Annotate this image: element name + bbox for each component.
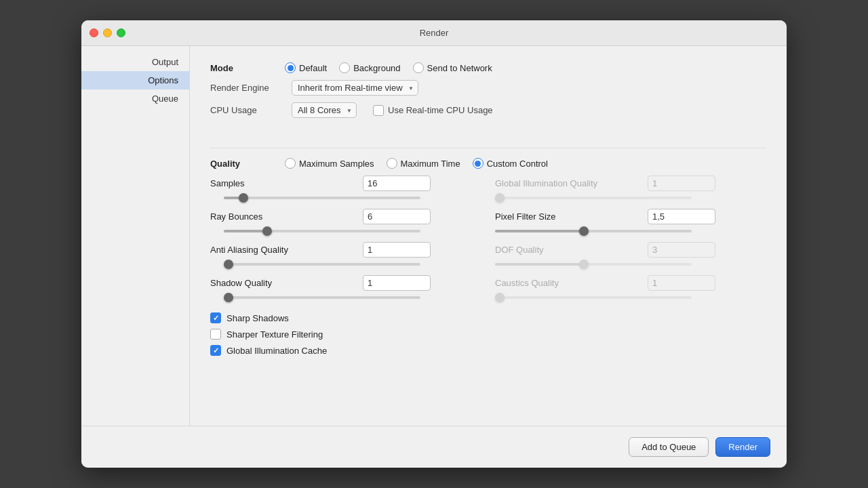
- mode-row: Mode Default Background: [210, 62, 766, 73]
- add-to-queue-button[interactable]: Add to Queue: [629, 437, 709, 457]
- ray-bounces-row: Ray Bounces: [210, 209, 481, 224]
- gi-quality-row: Global Illumination Quality: [495, 176, 766, 191]
- gi-cache-checkbox[interactable]: [210, 345, 221, 356]
- render-button[interactable]: Render: [715, 437, 770, 457]
- quality-fields: Samples Ray Bounces: [210, 176, 766, 308]
- mode-default-option[interactable]: Default: [285, 62, 327, 73]
- render-engine-row: Render Engine Inherit from Real-time vie…: [210, 80, 766, 96]
- quality-max-time-option[interactable]: Maximum Time: [387, 158, 460, 169]
- quality-label: Quality: [210, 159, 285, 169]
- ray-bounces-slider-row: [210, 227, 481, 232]
- mode-network-label: Send to Network: [427, 63, 492, 73]
- mode-section: Mode Default Background: [210, 62, 766, 125]
- quality-max-samples-label: Maximum Samples: [299, 159, 374, 169]
- shadow-quality-slider[interactable]: [224, 296, 420, 299]
- samples-row: Samples: [210, 176, 481, 191]
- quality-section: Quality Maximum Samples Maximum Time: [210, 158, 766, 361]
- samples-input[interactable]: [363, 176, 431, 191]
- mode-network-radio[interactable]: [413, 62, 424, 73]
- pixel-filter-slider-row: [495, 227, 766, 232]
- samples-slider[interactable]: [224, 197, 420, 199]
- mode-background-label: Background: [353, 63, 400, 73]
- sharp-shadows-label: Sharp Shadows: [226, 313, 289, 323]
- anti-aliasing-row: Anti Aliasing Quality: [210, 242, 481, 258]
- realtime-cpu-checkbox[interactable]: [373, 105, 384, 116]
- cpu-usage-select-wrap[interactable]: All 8 Cores: [292, 102, 357, 118]
- ray-bounces-input[interactable]: [363, 209, 431, 224]
- sharp-shadows-row: Sharp Shadows: [210, 312, 766, 323]
- sidebar: Output Options Queue: [81, 46, 190, 426]
- realtime-cpu-wrap: Use Real-time CPU Usage: [373, 105, 493, 116]
- shadow-quality-input[interactable]: [363, 275, 431, 291]
- render-engine-select[interactable]: Inherit from Real-time view: [292, 80, 418, 96]
- sidebar-item-queue[interactable]: Queue: [81, 89, 189, 108]
- titlebar: Render: [81, 20, 787, 46]
- minimize-button[interactable]: [103, 28, 112, 37]
- traffic-lights: [90, 28, 125, 37]
- gi-quality-input: [648, 176, 715, 191]
- gi-cache-label: Global Illumination Cache: [226, 346, 327, 356]
- quality-custom-label: Custom Control: [487, 159, 548, 169]
- quality-max-time-label: Maximum Time: [401, 159, 460, 169]
- sharper-texture-row: Sharper Texture Filtering: [210, 329, 766, 340]
- mode-default-radio[interactable]: [285, 62, 296, 73]
- pixel-filter-row: Pixel Filter Size: [495, 209, 766, 224]
- sidebar-item-output[interactable]: Output: [81, 53, 189, 71]
- quality-max-time-radio[interactable]: [387, 158, 397, 169]
- dof-quality-label: DOF Quality: [495, 245, 641, 255]
- dof-quality-row: DOF Quality: [495, 242, 766, 258]
- ray-bounces-label: Ray Bounces: [210, 211, 356, 222]
- gi-quality-label: Global Illumination Quality: [495, 178, 641, 188]
- sharper-texture-checkbox[interactable]: [210, 329, 221, 340]
- render-engine-select-wrap[interactable]: Inherit from Real-time view: [292, 80, 418, 96]
- anti-aliasing-slider-row: [210, 260, 481, 266]
- window-title: Render: [420, 28, 449, 38]
- section-divider: [210, 148, 766, 148]
- quality-max-samples-option[interactable]: Maximum Samples: [285, 158, 374, 169]
- cpu-usage-label: CPU Usage: [210, 105, 285, 115]
- render-window: Render Output Options Queue Mode: [81, 20, 787, 468]
- caustics-quality-input: [648, 275, 715, 291]
- realtime-cpu-label: Use Real-time CPU Usage: [388, 105, 493, 115]
- window-content: Output Options Queue Mode Default: [81, 46, 787, 426]
- mode-background-option[interactable]: Background: [339, 62, 400, 73]
- mode-background-radio[interactable]: [339, 62, 350, 73]
- gi-cache-row: Global Illumination Cache: [210, 345, 766, 356]
- caustics-quality-slider: [495, 296, 692, 299]
- render-engine-label: Render Engine: [210, 83, 285, 93]
- anti-aliasing-input[interactable]: [363, 242, 431, 258]
- dof-quality-slider: [495, 263, 692, 266]
- ray-bounces-slider[interactable]: [224, 230, 420, 232]
- quality-left-col: Samples Ray Bounces: [210, 176, 481, 308]
- pixel-filter-slider[interactable]: [495, 230, 692, 232]
- quality-row: Quality Maximum Samples Maximum Time: [210, 158, 766, 169]
- caustics-quality-row: Caustics Quality: [495, 275, 766, 291]
- shadow-quality-label: Shadow Quality: [210, 278, 356, 288]
- mode-default-radio-inner: [288, 65, 294, 71]
- dof-quality-input: [648, 242, 715, 258]
- maximize-button[interactable]: [117, 28, 125, 37]
- gi-quality-slider-row: [495, 194, 766, 199]
- mode-default-label: Default: [299, 63, 327, 73]
- quality-max-samples-radio[interactable]: [285, 158, 296, 169]
- anti-aliasing-slider[interactable]: [224, 263, 420, 266]
- cpu-usage-select[interactable]: All 8 Cores: [292, 102, 357, 118]
- dof-quality-slider-row: [495, 260, 766, 266]
- caustics-quality-label: Caustics Quality: [495, 278, 641, 288]
- sharper-texture-label: Sharper Texture Filtering: [226, 329, 323, 340]
- close-button[interactable]: [90, 28, 98, 37]
- mode-network-option[interactable]: Send to Network: [413, 62, 492, 73]
- samples-slider-row: [210, 194, 481, 199]
- pixel-filter-input[interactable]: [648, 209, 715, 224]
- quality-custom-option[interactable]: Custom Control: [473, 158, 548, 169]
- shadow-quality-slider-row: [210, 293, 481, 299]
- shadow-quality-row: Shadow Quality: [210, 275, 481, 291]
- sidebar-item-options[interactable]: Options: [81, 71, 189, 89]
- anti-aliasing-label: Anti Aliasing Quality: [210, 245, 356, 255]
- sharp-shadows-checkbox[interactable]: [210, 312, 221, 323]
- bottom-bar: Add to Queue Render: [81, 426, 787, 468]
- mode-radio-group: Default Background Send to Network: [285, 62, 492, 73]
- gi-quality-slider: [495, 197, 692, 199]
- caustics-quality-slider-row: [495, 293, 766, 299]
- quality-custom-radio[interactable]: [473, 158, 484, 169]
